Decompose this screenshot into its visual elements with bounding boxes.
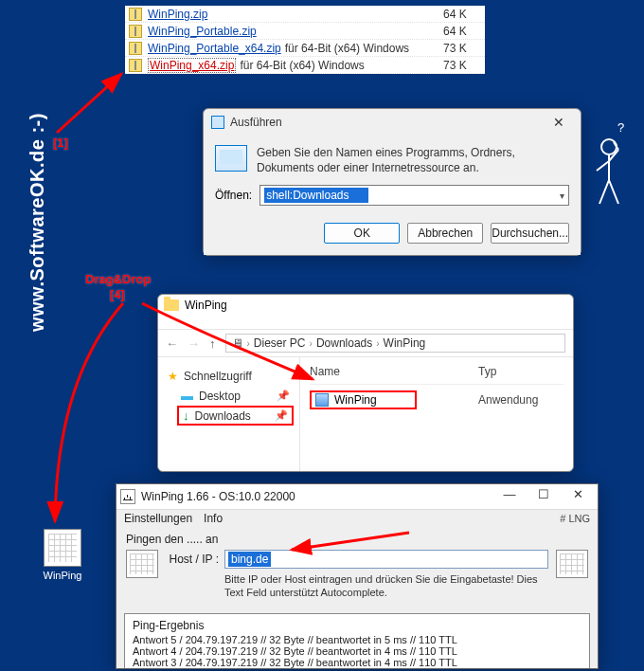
host-label: Host / IP : <box>166 553 219 566</box>
minimize-button[interactable]: — <box>493 487 526 506</box>
decorative-figure: ? <box>585 118 633 221</box>
desktop-icon: ▬ <box>181 389 193 403</box>
run-title-text: Ausführen <box>230 116 282 129</box>
shortcut-label: WinPing <box>36 570 89 581</box>
cancel-button[interactable]: Abbrechen <box>407 223 483 244</box>
menu-info[interactable]: Info <box>204 512 223 525</box>
maximize-button[interactable]: ☐ <box>528 487 560 506</box>
download-link[interactable]: WinPing_Portable_x64.zip <box>148 42 281 55</box>
pin-icon: 📌 <box>277 390 290 402</box>
run-icon <box>215 145 247 172</box>
pin-icon: 📌 <box>275 409 288 422</box>
download-link[interactable]: WinPing_Portable.zip <box>148 25 257 38</box>
open-combobox[interactable]: ▾ <box>259 185 569 206</box>
download-link[interactable]: WinPing.zip <box>148 8 207 21</box>
nav-up[interactable]: ↑ <box>209 336 216 351</box>
sidebar-quickaccess[interactable]: ★ Schnellzugriff <box>164 367 294 386</box>
bc-downloads[interactable]: Downloads <box>316 336 372 350</box>
result-title: Ping-Ergebnis <box>133 619 581 632</box>
winping-icon <box>120 489 135 504</box>
exe-icon <box>315 393 329 407</box>
desktop-label: Desktop <box>199 390 241 403</box>
lng-button[interactable]: # LNG <box>560 513 590 524</box>
file-type: Anwendung <box>478 393 564 407</box>
winping-window: WinPing 1.66 - OS:10.0 22000 — ☐ ✕ Einst… <box>116 483 599 669</box>
download-suffix: für 64-Bit (x64) Windows <box>285 42 443 55</box>
explorer-window: WinPing ← → ↑ 🖥 › Dieser PC › Downloads … <box>157 294 574 472</box>
download-link[interactable]: WinPing_x64.zip <box>148 58 236 73</box>
zip-icon <box>129 42 142 55</box>
download-size: 73 K <box>443 42 481 55</box>
col-typ[interactable]: Typ <box>478 365 564 378</box>
download-size: 64 K <box>443 8 481 21</box>
sidebar-desktop[interactable]: ▬ Desktop 📌 <box>164 386 294 406</box>
desktop-shortcut[interactable]: WinPing <box>36 529 89 581</box>
zip-icon <box>129 59 142 72</box>
close-button[interactable]: ✕ <box>562 487 594 506</box>
col-name[interactable]: Name <box>310 365 478 378</box>
menu-settings[interactable]: Einstellungen <box>124 512 192 525</box>
result-line: Antwort 3 / 204.79.197.219 // 32 Byte //… <box>133 657 581 668</box>
svg-point-0 <box>601 139 617 154</box>
download-row: WinPing_x64.zip für 64-Bit (x64) Windows… <box>125 57 485 74</box>
shortcut-icon <box>44 529 81 567</box>
file-winping[interactable]: WinPing <box>310 390 417 409</box>
result-line: Antwort 5 / 204.79.197.219 // 32 Byte //… <box>133 634 581 645</box>
sidebar-watermark: www.SoftwareOK.de :-) <box>27 113 48 332</box>
graph-icon-right[interactable] <box>556 550 588 578</box>
download-suffix: für 64-Bit (x64) Windows <box>240 59 443 72</box>
bc-winping[interactable]: WinPing <box>384 336 426 350</box>
ok-button[interactable]: OK <box>324 223 400 244</box>
svg-text:?: ? <box>617 120 624 135</box>
winping-title: WinPing 1.66 - OS:10.0 22000 <box>141 490 493 503</box>
close-button[interactable]: ✕ <box>545 115 573 130</box>
host-hint: Bitte IP oder Host eintragen und drücken… <box>224 572 548 600</box>
result-line: Antwort 2 / 204.79.197.219 // 32 Byte //… <box>133 668 581 669</box>
bc-pc[interactable]: Dieser PC <box>254 336 306 350</box>
download-row: WinPing_Portable_x64.zip für 64-Bit (x64… <box>125 40 485 57</box>
graph-icon-left[interactable] <box>126 550 158 578</box>
star-icon: ★ <box>168 370 178 383</box>
breadcrumb[interactable]: 🖥 › Dieser PC › Downloads › WinPing <box>225 334 566 353</box>
explorer-main: Name Typ WinPing Anwendung <box>300 357 573 471</box>
zip-icon <box>129 8 142 21</box>
download-icon: ↓ <box>183 408 189 423</box>
quickaccess-label: Schnellzugriff <box>184 370 252 383</box>
explorer-title: WinPing <box>185 299 227 312</box>
run-description: Geben Sie den Namen eines Programms, Ord… <box>257 145 569 175</box>
open-label: Öffnen: <box>215 189 252 202</box>
file-label: WinPing <box>334 393 377 407</box>
run-dialog: Ausführen ✕ Geben Sie den Namen eines Pr… <box>203 108 581 256</box>
pc-icon: 🖥 <box>232 336 243 350</box>
download-size: 64 K <box>443 25 481 38</box>
nav-fwd[interactable]: → <box>188 336 200 351</box>
result-line: Antwort 4 / 204.79.197.219 // 32 Byte //… <box>133 645 581 657</box>
chevron-down-icon[interactable]: ▾ <box>560 190 564 201</box>
run-icon-small <box>211 116 224 129</box>
explorer-sidebar: ★ Schnellzugriff ▬ Desktop 📌 ↓ Downloads… <box>158 357 300 471</box>
download-size: 73 K <box>443 59 481 72</box>
annotation-4b: [4] <box>110 287 125 301</box>
download-row: WinPing_Portable.zip64 K <box>125 23 485 40</box>
folder-icon <box>164 299 179 311</box>
annotation-1: [1] <box>53 136 68 150</box>
browse-button[interactable]: Durchsuchen... <box>491 223 569 244</box>
ping-results: Ping-Ergebnis Antwort 5 / 204.79.197.219… <box>124 613 590 669</box>
zip-icon <box>129 25 142 38</box>
downloads-label: Downloads <box>195 409 251 423</box>
host-input[interactable]: bing.de <box>224 550 548 569</box>
ping-label: Pingen den ..... an <box>126 533 588 546</box>
open-input[interactable] <box>264 188 368 203</box>
download-row: WinPing.zip64 K <box>125 6 485 23</box>
nav-back[interactable]: ← <box>166 336 178 351</box>
download-list: WinPing.zip64 KWinPing_Portable.zip64 KW… <box>125 6 485 74</box>
annotation-4a: Drag&Drop <box>85 272 151 286</box>
host-value: bing.de <box>228 552 271 567</box>
sidebar-downloads[interactable]: ↓ Downloads 📌 <box>177 406 294 426</box>
